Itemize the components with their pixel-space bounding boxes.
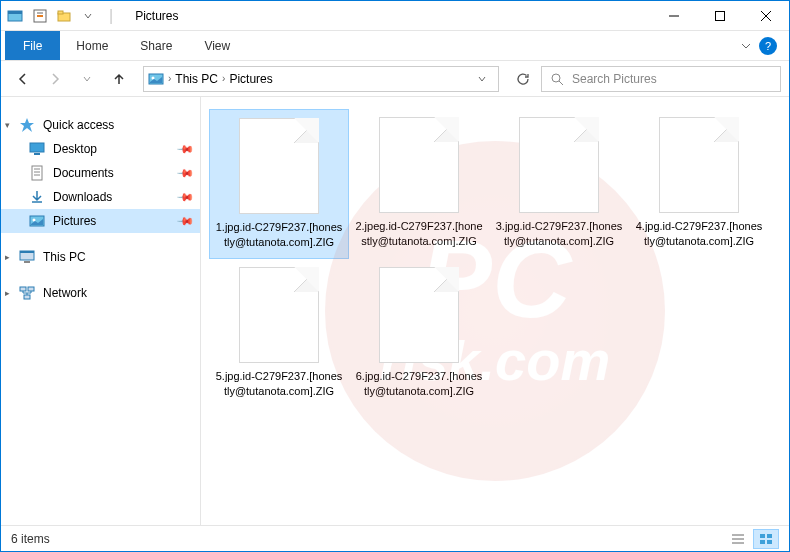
pictures-location-icon [148, 71, 164, 87]
navbar: › This PC › Pictures Search Pictures [1, 61, 789, 97]
svg-point-13 [552, 74, 560, 82]
pin-icon: 📌 [175, 163, 194, 182]
window-title: Pictures [135, 9, 178, 23]
app-icon [7, 8, 23, 24]
file-thumbnail-icon [379, 117, 459, 213]
maximize-button[interactable] [697, 1, 743, 31]
svg-rect-27 [20, 287, 26, 291]
qat-properties-icon[interactable] [29, 5, 51, 27]
svg-rect-25 [20, 251, 34, 253]
close-button[interactable] [743, 1, 789, 31]
up-button[interactable] [105, 65, 133, 93]
item-count: 6 items [11, 532, 50, 546]
help-icon[interactable]: ? [759, 37, 777, 55]
pin-icon: 📌 [175, 139, 194, 158]
back-button[interactable] [9, 65, 37, 93]
pictures-icon [29, 213, 45, 229]
quickaccess-icon [19, 117, 35, 133]
chevron-down-icon[interactable]: ▾ [5, 120, 10, 130]
breadcrumb-thispc[interactable]: This PC [175, 72, 218, 86]
titlebar: | Pictures [1, 1, 789, 31]
tab-view[interactable]: View [188, 33, 246, 59]
thispc-icon [19, 249, 35, 265]
ribbon: File Home Share View ? [1, 31, 789, 61]
file-item[interactable]: 2.jpeg.id-C279F237.[honestly@tutanota.co… [349, 109, 489, 259]
network-icon [19, 285, 35, 301]
sidebar-item-label: Network [43, 286, 87, 300]
breadcrumb[interactable]: › This PC › Pictures [143, 66, 499, 92]
file-name-label: 5.jpg.id-C279F237.[honestly@tutanota.com… [215, 369, 343, 399]
tab-share[interactable]: Share [124, 33, 188, 59]
pin-icon: 📌 [175, 187, 194, 206]
svg-rect-16 [34, 153, 40, 155]
file-thumbnail-icon [379, 267, 459, 363]
file-item[interactable]: 1.jpg.id-C279F237.[honestly@tutanota.com… [209, 109, 349, 259]
desktop-icon [29, 141, 45, 157]
file-item[interactable]: 4.jpg.id-C279F237.[honestly@tutanota.com… [629, 109, 769, 259]
svg-rect-28 [28, 287, 34, 291]
search-icon [550, 72, 564, 86]
content-area[interactable]: PC risk.com 1.jpg.id-C279F237.[honestly@… [201, 97, 789, 525]
breadcrumb-separator: › [222, 73, 225, 84]
file-thumbnail-icon [519, 117, 599, 213]
search-placeholder: Search Pictures [572, 72, 657, 86]
svg-rect-26 [24, 261, 30, 263]
sidebar-item-label: Downloads [53, 190, 112, 204]
tab-home[interactable]: Home [60, 33, 124, 59]
sidebar-item-documents[interactable]: Documents 📌 [1, 161, 200, 185]
sidebar-item-label: Desktop [53, 142, 97, 156]
documents-icon [29, 165, 45, 181]
sidebar: ▾ Quick access Desktop 📌 Documents 📌 Dow… [1, 97, 201, 525]
qat-newfolder-icon[interactable] [53, 5, 75, 27]
svg-rect-6 [58, 11, 63, 14]
file-item[interactable]: 3.jpg.id-C279F237.[honestly@tutanota.com… [489, 109, 629, 259]
statusbar: 6 items [1, 525, 789, 551]
file-name-label: 2.jpeg.id-C279F237.[honestly@tutanota.co… [355, 219, 483, 249]
file-thumbnail-icon [239, 267, 319, 363]
file-thumbnail-icon [239, 118, 319, 214]
svg-rect-38 [767, 534, 772, 538]
sidebar-item-label: Pictures [53, 214, 96, 228]
thumbnails-view-button[interactable] [753, 529, 779, 549]
file-name-label: 1.jpg.id-C279F237.[honestly@tutanota.com… [215, 220, 343, 250]
sidebar-item-label: This PC [43, 250, 86, 264]
qat-dropdown-icon[interactable] [77, 5, 99, 27]
file-name-label: 6.jpg.id-C279F237.[honestly@tutanota.com… [355, 369, 483, 399]
forward-button[interactable] [41, 65, 69, 93]
refresh-button[interactable] [509, 66, 537, 92]
file-item[interactable]: 5.jpg.id-C279F237.[honestly@tutanota.com… [209, 259, 349, 407]
svg-line-14 [559, 81, 563, 85]
minimize-button[interactable] [651, 1, 697, 31]
chevron-right-icon[interactable]: ▸ [5, 252, 10, 262]
file-item[interactable]: 6.jpg.id-C279F237.[honestly@tutanota.com… [349, 259, 489, 407]
details-view-button[interactable] [725, 529, 751, 549]
svg-rect-40 [767, 540, 772, 544]
breadcrumb-separator: › [168, 73, 171, 84]
breadcrumb-dropdown-icon[interactable] [470, 75, 494, 83]
svg-rect-29 [24, 295, 30, 299]
sidebar-item-downloads[interactable]: Downloads 📌 [1, 185, 200, 209]
downloads-icon [29, 189, 45, 205]
ribbon-collapse-icon[interactable] [741, 41, 751, 51]
sidebar-item-label: Documents [53, 166, 114, 180]
sidebar-thispc[interactable]: ▸ This PC [1, 245, 200, 269]
breadcrumb-pictures[interactable]: Pictures [229, 72, 272, 86]
pin-icon: 📌 [175, 211, 194, 230]
svg-rect-17 [32, 166, 42, 180]
sidebar-item-label: Quick access [43, 118, 114, 132]
file-menu-button[interactable]: File [5, 31, 60, 60]
file-thumbnail-icon [659, 117, 739, 213]
sidebar-quickaccess[interactable]: ▾ Quick access [1, 113, 200, 137]
sidebar-network[interactable]: ▸ Network [1, 281, 200, 305]
file-name-label: 3.jpg.id-C279F237.[honestly@tutanota.com… [495, 219, 623, 249]
search-input[interactable]: Search Pictures [541, 66, 781, 92]
sidebar-item-desktop[interactable]: Desktop 📌 [1, 137, 200, 161]
svg-rect-37 [760, 534, 765, 538]
chevron-right-icon[interactable]: ▸ [5, 288, 10, 298]
titlebar-separator: | [109, 7, 113, 25]
svg-rect-1 [8, 11, 22, 14]
recent-dropdown-icon[interactable] [73, 65, 101, 93]
file-name-label: 4.jpg.id-C279F237.[honestly@tutanota.com… [635, 219, 763, 249]
sidebar-item-pictures[interactable]: Pictures 📌 [1, 209, 200, 233]
svg-rect-39 [760, 540, 765, 544]
